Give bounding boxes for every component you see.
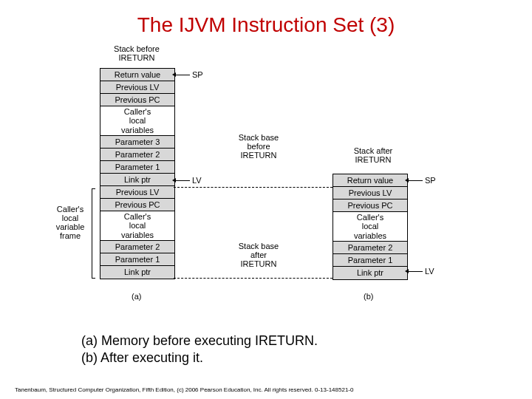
page-title: The IJVM Instruction Set (3) xyxy=(0,0,532,37)
caption-b: (b) After executing it. xyxy=(81,349,318,366)
figure-area: Stack before IRETURN Return value Previo… xyxy=(44,48,488,321)
cell-prev-lv-b: Previous LV xyxy=(333,187,407,200)
caption-a: (a) Memory before executing IRETURN. xyxy=(81,332,318,349)
arrow-sp-b xyxy=(408,180,423,181)
label-lv-b: LV xyxy=(425,267,434,276)
cell-param2-2: Parameter 2 xyxy=(100,241,174,253)
label-stack-before: Stack before IRETURN xyxy=(103,44,170,62)
stack-a: Return value Previous LV Previous PC Cal… xyxy=(100,68,175,279)
cell-callers-locals: Caller's local variables xyxy=(100,106,174,136)
label-sp-b: SP xyxy=(425,176,436,185)
dash-bottom xyxy=(174,278,332,279)
label-sp-a: SP xyxy=(192,70,203,79)
cell-prev-lv-2: Previous LV xyxy=(100,186,174,199)
cell-param1-2: Parameter 1 xyxy=(100,253,174,266)
cell-prev-pc-b: Previous PC xyxy=(333,200,407,212)
cell-return-value-b: Return value xyxy=(333,174,407,187)
label-lv-a-mid: LV xyxy=(192,176,202,185)
label-callers-frame: Caller's local variable frame xyxy=(52,205,89,240)
label-stack-after: Stack after IRETURN xyxy=(340,146,406,164)
footer: Tanenbaum, Structured Computer Organizat… xyxy=(15,386,353,393)
figlabel-a: (a) xyxy=(132,292,141,301)
label-stack-base-before: Stack base before IRETURN xyxy=(229,133,288,160)
cell-param1-b: Parameter 1 xyxy=(333,254,407,267)
cell-param3: Parameter 3 xyxy=(100,136,174,149)
cell-link-ptr-b: Link ptr xyxy=(333,267,407,279)
figlabel-b: (b) xyxy=(364,292,373,301)
brace-a xyxy=(92,188,95,279)
cell-callers-locals-2: Caller's local variables xyxy=(100,211,174,241)
cell-prev-pc: Previous PC xyxy=(100,94,174,106)
cell-return-value: Return value xyxy=(100,69,174,81)
cell-link-ptr-2: Link ptr xyxy=(100,266,174,279)
cell-param2: Parameter 2 xyxy=(100,149,174,161)
cell-link-ptr: Link ptr xyxy=(100,174,174,186)
cell-param2-b: Parameter 2 xyxy=(333,242,407,254)
cell-callers-locals-b: Caller's local variables xyxy=(333,212,407,242)
stack-b: Return value Previous LV Previous PC Cal… xyxy=(332,174,408,280)
dash-mid xyxy=(174,187,332,188)
cell-param1: Parameter 1 xyxy=(100,161,174,174)
cell-prev-pc-2: Previous PC xyxy=(100,199,174,211)
caption: (a) Memory before executing IRETURN. (b)… xyxy=(81,332,318,367)
arrow-lv-b xyxy=(408,271,423,272)
label-stack-base-after: Stack base after IRETURN xyxy=(229,242,288,268)
arrow-sp-a xyxy=(175,75,190,75)
cell-prev-lv: Previous LV xyxy=(100,81,174,94)
arrow-lv-a-mid xyxy=(175,180,190,181)
